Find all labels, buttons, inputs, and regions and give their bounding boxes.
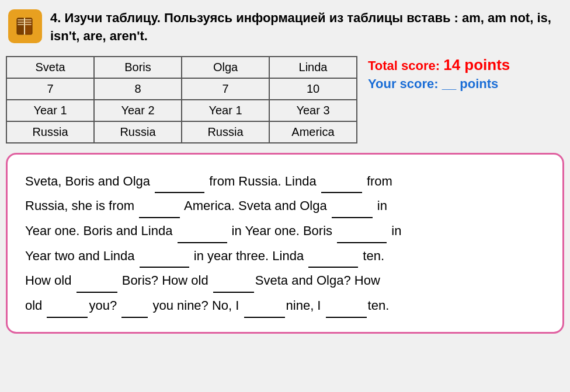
table-cell-2-2: Year 1 <box>182 100 269 121</box>
blank-13 <box>244 293 285 318</box>
blank-3 <box>139 193 180 218</box>
table-cell-0-0: Sveta <box>6 57 94 78</box>
table-cell-3-1: Russia <box>94 121 182 143</box>
svg-rect-8 <box>25 24 32 25</box>
blank-5 <box>178 218 227 243</box>
table-cell-1-2: 7 <box>182 78 269 100</box>
table-cell-2-1: Year 2 <box>94 100 182 121</box>
table-cell-3-2: Russia <box>182 121 269 143</box>
table-cell-3-0: Russia <box>6 121 94 143</box>
blank-14 <box>326 293 367 318</box>
blank-9 <box>77 268 117 293</box>
blank-6 <box>337 218 387 243</box>
svg-rect-7 <box>25 22 32 23</box>
your-score-label: Your score: <box>368 76 439 91</box>
table-row-2: Year 1Year 2Year 1Year 3 <box>6 100 357 121</box>
table-cell-0-1: Boris <box>94 57 182 78</box>
table-cell-2-3: Year 3 <box>269 100 357 121</box>
total-score-label: Total score: <box>368 58 440 73</box>
table-cell-1-0: 7 <box>6 78 94 100</box>
total-score-value: 14 points <box>443 56 510 74</box>
blank-4 <box>332 193 373 218</box>
table-row-1: 78710 <box>6 78 357 100</box>
total-score: Total score: 14 points <box>368 56 510 74</box>
blank-10 <box>213 268 254 293</box>
blank-2 <box>321 169 362 194</box>
blank-11 <box>47 293 88 318</box>
your-score: Your score: __ points <box>368 76 510 92</box>
middle-section: SvetaBorisOlgaLinda78710Year 1Year 2Year… <box>6 56 564 144</box>
table-cell-3-3: America <box>269 121 357 143</box>
exercise-box: Sveta, Boris and Olga from Russia. Linda… <box>6 153 564 334</box>
blank-12 <box>121 293 148 318</box>
your-score-value: __ points <box>442 76 499 91</box>
blank-8 <box>308 243 358 268</box>
table-wrapper: SvetaBorisOlgaLinda78710Year 1Year 2Year… <box>6 56 357 144</box>
table-cell-0-2: Olga <box>182 57 269 78</box>
table-row-3: RussiaRussiaRussiaAmerica <box>6 121 357 143</box>
table-row-0: SvetaBorisOlgaLinda <box>6 57 357 78</box>
svg-rect-1 <box>25 18 32 34</box>
instruction-text: 4. Изучи таблицу. Пользуясь информацией … <box>50 9 562 46</box>
score-section: Total score: 14 points Your score: __ po… <box>368 56 510 92</box>
header-section: 4. Изучи таблицу. Пользуясь информацией … <box>6 6 564 49</box>
book-icon <box>8 9 42 43</box>
svg-rect-0 <box>17 18 25 34</box>
exercise-text: Sveta, Boris and Olga from Russia. Linda… <box>25 174 401 313</box>
svg-rect-6 <box>25 19 32 20</box>
blank-7 <box>140 243 189 268</box>
svg-rect-5 <box>18 24 24 25</box>
table-cell-1-3: 10 <box>269 78 357 100</box>
data-table: SvetaBorisOlgaLinda78710Year 1Year 2Year… <box>6 56 357 144</box>
table-cell-0-3: Linda <box>269 57 357 78</box>
blank-1 <box>155 169 204 194</box>
table-cell-1-1: 8 <box>94 78 182 100</box>
svg-rect-4 <box>18 22 24 23</box>
svg-rect-3 <box>18 19 24 20</box>
table-cell-2-0: Year 1 <box>6 100 94 121</box>
